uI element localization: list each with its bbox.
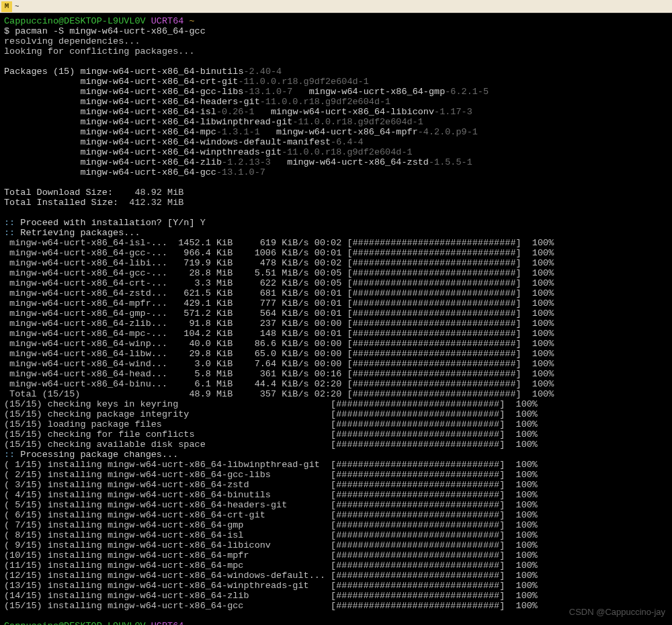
install-size-val: 412.32 MiB: [129, 198, 183, 208]
check-row: (15/15) checking keys in keyring [######…: [4, 399, 538, 409]
watermark: CSDN @Cappuccino-jay: [569, 607, 665, 617]
install-row: (10/15) installing mingw-w64-ucrt-x86_64…: [4, 550, 538, 560]
download-row: mingw-w64-ucrt-x86_64-head... 5.8 MiB 36…: [4, 369, 554, 379]
download-row: mingw-w64-ucrt-x86_64-winp... 40.0 KiB 8…: [4, 339, 554, 349]
retrieving: Retrieving packages...: [20, 228, 140, 238]
install-row: ( 5/15) installing mingw-w64-ucrt-x86_64…: [4, 500, 538, 510]
download-row: mingw-w64-ucrt-x86_64-mpc-... 104.2 KiB …: [4, 329, 554, 339]
install-row: ( 4/15) installing mingw-w64-ucrt-x86_64…: [4, 490, 538, 500]
check-row: (15/15) loading package files [#########…: [4, 419, 538, 429]
download-row: mingw-w64-ucrt-x86_64-libi... 719.9 KiB …: [4, 258, 554, 268]
command-line: $ pacman -S mingw-w64-ucrt-x86_64-gcc: [4, 26, 206, 36]
install-row: (11/15) installing mingw-w64-ucrt-x86_64…: [4, 560, 538, 571]
download-row: mingw-w64-ucrt-x86_64-isl-... 1452.1 KiB…: [4, 238, 554, 248]
prompt-path: ~: [189, 621, 194, 625]
install-row: (14/15) installing mingw-w64-ucrt-x86_64…: [4, 591, 538, 601]
status-resolving: resolving dependencies...: [4, 36, 140, 46]
msys2-icon: M: [1, 1, 12, 12]
install-row: ( 1/15) installing mingw-w64-ucrt-x86_64…: [4, 460, 538, 470]
prompt-env: UCRT64: [151, 621, 184, 625]
check-row: (15/15) checking for file conflicts [###…: [4, 429, 538, 440]
install-row: (12/15) installing mingw-w64-ucrt-x86_64…: [4, 571, 538, 581]
prompt-userhost: Cappuccino@DESKTOP-L9UVL0V: [4, 621, 146, 625]
download-row: mingw-w64-ucrt-x86_64-zlib... 91.8 KiB 2…: [4, 319, 554, 329]
download-row: mingw-w64-ucrt-x86_64-mpfr... 429.1 KiB …: [4, 298, 554, 308]
download-row: mingw-w64-ucrt-x86_64-zstd... 621.5 KiB …: [4, 288, 554, 298]
download-row: mingw-w64-ucrt-x86_64-libw... 29.8 KiB 6…: [4, 349, 554, 359]
titlebar[interactable]: M ~: [0, 0, 672, 13]
download-row: mingw-w64-ucrt-x86_64-crt-... 3.3 MiB 62…: [4, 278, 554, 288]
install-row: ( 6/15) installing mingw-w64-ucrt-x86_64…: [4, 510, 538, 520]
processing: Processing package changes...: [20, 450, 178, 460]
window-title: ~: [15, 1, 19, 11]
install-row: ( 3/15) installing mingw-w64-ucrt-x86_64…: [4, 480, 538, 490]
proceed-msg: Proceed with installation? [Y/n]: [20, 218, 194, 228]
download-row: mingw-w64-ucrt-x86_64-gmp-... 571.2 KiB …: [4, 308, 554, 319]
download-row: mingw-w64-ucrt-x86_64-wind... 3.0 KiB 7.…: [4, 359, 554, 369]
check-row: (15/15) checking package integrity [####…: [4, 409, 538, 419]
prompt-env: UCRT64: [151, 16, 184, 26]
download-row: mingw-w64-ucrt-x86_64-gcc-... 966.4 KiB …: [4, 248, 554, 258]
download-row: Total (15/15) 48.9 MiB 357 KiB/s 02:20 […: [4, 389, 554, 399]
download-size-lbl: Total Download Size:: [4, 188, 113, 198]
download-row: mingw-w64-ucrt-x86_64-binu... 6.1 MiB 44…: [4, 379, 554, 389]
proceed-ans: Y: [195, 218, 206, 228]
check-row: (15/15) checking available disk space [#…: [4, 440, 538, 450]
install-row: ( 8/15) installing mingw-w64-ucrt-x86_64…: [4, 530, 538, 540]
download-size-val: 48.92 MiB: [134, 188, 183, 198]
status-conflict: looking for conflicting packages...: [4, 46, 195, 56]
terminal-output[interactable]: Cappuccino@DESKTOP-L9UVL0V UCRT64 ~ $ pa…: [0, 13, 672, 625]
install-row: ( 2/15) installing mingw-w64-ucrt-x86_64…: [4, 470, 538, 480]
packages-header: Packages (15): [4, 67, 75, 77]
install-size-lbl: Total Installed Size:: [4, 198, 118, 208]
install-row: ( 9/15) installing mingw-w64-ucrt-x86_64…: [4, 540, 538, 550]
prompt-path: ~: [189, 16, 194, 26]
install-row: ( 7/15) installing mingw-w64-ucrt-x86_64…: [4, 520, 538, 530]
install-row: (13/15) installing mingw-w64-ucrt-x86_64…: [4, 581, 538, 591]
install-row: (15/15) installing mingw-w64-ucrt-x86_64…: [4, 601, 538, 611]
download-row: mingw-w64-ucrt-x86_64-gcc-... 28.8 MiB 5…: [4, 268, 554, 278]
prompt-userhost: Cappuccino@DESKTOP-L9UVL0V: [4, 16, 146, 26]
